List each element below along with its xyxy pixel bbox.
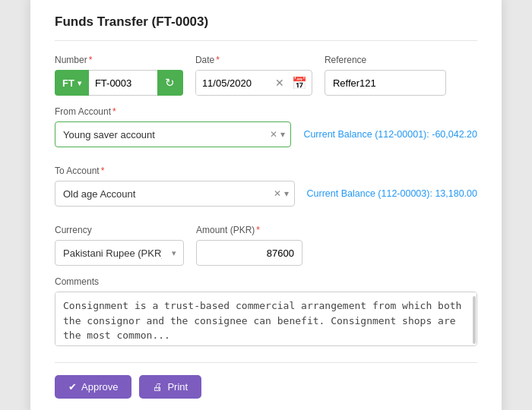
date-label: Date*: [195, 55, 312, 65]
reference-label: Reference: [325, 55, 446, 65]
currency-select[interactable]: Pakistani Rupee (PKR): [55, 240, 184, 266]
to-account-group: To Account* Old age Account ✕ ▾ Current …: [55, 166, 477, 216]
amount-label: Amount (PKR)*: [196, 225, 302, 235]
to-account-select-wrap: Old age Account ✕ ▾: [55, 181, 295, 207]
amount-group: Amount (PKR)*: [196, 225, 302, 266]
amount-input[interactable]: [196, 240, 302, 266]
date-group: Date* ✕ 📅: [195, 55, 312, 96]
page-title: Funds Transfer (FT-0003): [55, 14, 477, 30]
number-group: Number* FT ▾ ↻: [55, 55, 183, 96]
from-account-select-wrap: Young saver account ✕ ▾: [55, 121, 291, 147]
from-account-select[interactable]: Young saver account: [55, 121, 291, 147]
print-icon: 🖨: [153, 381, 163, 393]
currency-group: Currency Pakistani Rupee (PKR) ▾: [55, 225, 184, 266]
approve-label: Approve: [81, 381, 118, 393]
funds-transfer-card: Funds Transfer (FT-0003) Number* FT ▾ ↻ …: [30, 0, 502, 410]
refresh-icon: ↻: [165, 76, 175, 90]
currency-amount-row: Currency Pakistani Rupee (PKR) ▾ Amount …: [55, 225, 477, 266]
date-clear-button[interactable]: ✕: [272, 77, 287, 89]
comments-group: Comments Consignment is a trust-based co…: [55, 276, 477, 348]
number-input-row: FT ▾ ↻: [55, 70, 183, 96]
to-account-select[interactable]: Old age Account: [55, 181, 295, 207]
prefix-label: FT: [62, 77, 74, 89]
number-input[interactable]: [89, 70, 157, 96]
prefix-caret-icon: ▾: [78, 79, 81, 87]
comments-label: Comments: [55, 276, 477, 287]
prefix-button[interactable]: FT ▾: [55, 70, 89, 96]
action-buttons-row: ✔ Approve 🖨 Print: [55, 362, 477, 399]
from-account-balance: Current Balance (112-00001): -60,042.20: [303, 129, 477, 140]
top-fields-row: Number* FT ▾ ↻ Date* ✕ 📅: [55, 55, 477, 96]
from-account-label: From Account*: [55, 106, 477, 117]
reference-input[interactable]: [325, 70, 446, 96]
to-account-balance: Current Balance (112-00003): 13,180.00: [307, 188, 477, 199]
currency-label: Currency: [55, 225, 184, 235]
currency-select-wrap: Pakistani Rupee (PKR) ▾: [55, 240, 184, 266]
refresh-button[interactable]: ↻: [157, 70, 183, 96]
print-label: Print: [167, 381, 188, 393]
print-button[interactable]: 🖨 Print: [139, 375, 201, 399]
number-label: Number*: [55, 55, 183, 65]
approve-button[interactable]: ✔ Approve: [55, 375, 131, 399]
reference-group: Reference: [325, 55, 446, 96]
comments-textarea[interactable]: Consignment is a trust-based commercial …: [55, 292, 477, 346]
from-account-row: Young saver account ✕ ▾ Current Balance …: [55, 121, 477, 147]
to-account-row: Old age Account ✕ ▾ Current Balance (112…: [55, 181, 477, 207]
title-divider: [55, 40, 477, 41]
from-account-group: From Account* Young saver account ✕ ▾ Cu…: [55, 106, 477, 156]
approve-check-icon: ✔: [68, 381, 77, 393]
comments-wrap: Consignment is a trust-based commercial …: [55, 292, 477, 348]
date-input-row: ✕ 📅: [195, 70, 312, 96]
calendar-icon-button[interactable]: 📅: [287, 76, 312, 90]
to-account-label: To Account*: [55, 166, 477, 176]
calendar-icon: 📅: [292, 76, 307, 90]
date-input[interactable]: [196, 70, 272, 96]
